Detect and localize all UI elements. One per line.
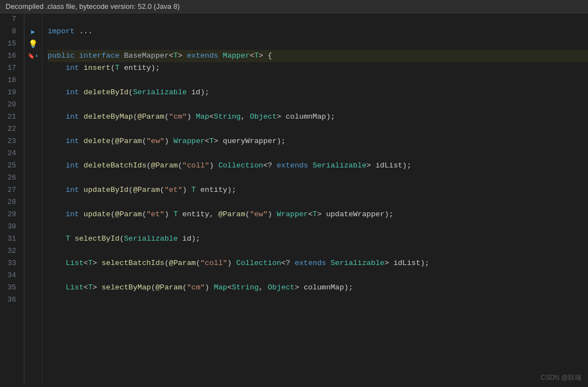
watermark: CSDN @联瑞 <box>540 373 581 383</box>
gutter-29 <box>24 208 42 221</box>
param-anno-27: @Param <box>133 184 160 196</box>
int-kw-27: int <box>65 184 79 196</box>
anno-val-cm: "cm" <box>169 111 187 123</box>
param-anno-29a: @Param <box>115 208 142 221</box>
gutter-35 <box>24 282 42 294</box>
collection-type-33: Collection <box>236 257 281 269</box>
wrapper-type-29: Wrapper <box>277 208 308 221</box>
deletebymap-method: deleteByMap <box>84 111 133 123</box>
map-type-21: Map <box>196 111 209 123</box>
line-33: List < T > selectBatchIds ( @Param ( "co… <box>48 257 588 269</box>
line-36 <box>48 294 588 306</box>
selectbatchids-method: selectBatchIds <box>101 257 164 269</box>
gutter-8[interactable]: ▶ <box>24 26 42 38</box>
ln-22: 22 <box>2 123 19 135</box>
T-return-31: T <box>65 233 70 245</box>
import-keyword: import <box>48 26 75 38</box>
string-type-21: String <box>214 111 241 123</box>
insert-method: insert <box>84 62 111 74</box>
import-ellipsis: ... <box>79 26 93 38</box>
interface-keyword: interface <box>79 50 120 62</box>
line-30 <box>48 221 588 233</box>
line-23: int delete ( @Param ( "ew" ) Wrapper < T… <box>48 135 588 147</box>
bulb-icon: 💡 <box>28 39 38 49</box>
gutter-25 <box>24 160 42 172</box>
int-kw-19: int <box>65 86 79 99</box>
selectbymap-method: selectByMap <box>101 282 151 294</box>
gutter-30 <box>24 221 42 233</box>
ln-35: 35 <box>2 282 19 294</box>
deletebyid-method: deleteById <box>84 86 129 99</box>
param-anno-35: @Param <box>155 282 182 294</box>
gutter-34 <box>24 269 42 282</box>
type-T: T <box>173 50 178 62</box>
line-numbers: 7 8 15 16 17 18 19 20 21 22 23 24 25 26 … <box>0 13 24 384</box>
line-20 <box>48 99 588 111</box>
gutter-22 <box>24 123 42 135</box>
serializable-type-31: Serializable <box>124 233 178 245</box>
code-content: import ... public interface BaseMapper <… <box>42 13 588 384</box>
type-T2: T <box>254 50 259 62</box>
line-35: List < T > selectByMap ( @Param ( "cm" )… <box>48 282 588 294</box>
gutter-27 <box>24 184 42 196</box>
basemapper-name: BaseMapper <box>124 50 169 62</box>
anno-val-et-27: "et" <box>165 184 182 196</box>
gutter-23 <box>24 135 42 147</box>
ln-17: 17 <box>2 62 19 74</box>
line-28 <box>48 196 588 208</box>
selectbyid-method: selectById <box>75 233 120 245</box>
object-type-21: Object <box>250 111 277 123</box>
int-kw-29: int <box>65 208 79 221</box>
ln-24: 24 <box>2 147 19 160</box>
map-type-35: Map <box>214 282 227 294</box>
string-type-35: String <box>232 282 259 294</box>
public-keyword: public <box>48 50 75 62</box>
anno-val-ew-23: "ew" <box>146 135 164 147</box>
update-method: update <box>84 208 111 221</box>
line-25: int deleteBatchIds ( @Param ( "coll" ) C… <box>48 160 588 172</box>
T-type-23: T <box>209 135 214 147</box>
T-type-29: T <box>173 208 178 221</box>
T-type-17: T <box>115 62 120 74</box>
anno-val-coll-25: "coll" <box>182 160 209 172</box>
anno-val-cm-35: "cm" <box>187 282 204 294</box>
ln-34: 34 <box>2 269 19 282</box>
int-kw-21: int <box>65 111 79 123</box>
anno-val-et-29: "et" <box>146 208 164 221</box>
deletebatchids-method: deleteBatchIds <box>84 160 146 172</box>
ln-18: 18 <box>2 74 19 86</box>
line-17: int insert ( T entity); <box>48 62 588 74</box>
code-area: 7 8 15 16 17 18 19 20 21 22 23 24 25 26 … <box>0 13 588 384</box>
anno-val-ew-29: "ew" <box>250 208 268 221</box>
serializable-type-25: Serializable <box>313 160 366 172</box>
line-21: int deleteByMap ( @Param ( "cm" ) Map < … <box>48 111 588 123</box>
line-8: import ... <box>48 26 588 38</box>
gutter-24 <box>24 147 42 160</box>
gutter-28 <box>24 196 42 208</box>
line-15 <box>48 38 588 50</box>
line-24 <box>48 147 588 160</box>
line-31: T selectById ( Serializable id); <box>48 233 588 245</box>
ln-19: 19 <box>2 86 19 99</box>
gutter: ▶ 💡 🔖 ⬇ <box>24 13 42 384</box>
gutter-18 <box>24 74 42 86</box>
line-26 <box>48 172 588 184</box>
collection-type-25: Collection <box>218 160 263 172</box>
ln-23: 23 <box>2 135 19 147</box>
ln-15: 15 <box>2 38 19 50</box>
line-16: public interface BaseMapper < T > extend… <box>48 50 588 62</box>
line-19: int deleteById ( Serializable id); <box>48 86 588 99</box>
gutter-19 <box>24 86 42 99</box>
ln-32: 32 <box>2 245 19 257</box>
serializable-type-19: Serializable <box>133 86 187 99</box>
object-type-35: Object <box>268 282 295 294</box>
ln-29: 29 <box>2 208 19 221</box>
impl-icon: 🔖 <box>28 53 34 59</box>
T-type-29b: T <box>313 208 317 221</box>
gutter-36 <box>24 294 42 306</box>
ln-25: 25 <box>2 160 19 172</box>
param-anno-23: @Param <box>115 135 142 147</box>
fold-icon[interactable]: ▶ <box>31 28 35 36</box>
int-kw-23: int <box>65 135 79 147</box>
gutter-20 <box>24 99 42 111</box>
